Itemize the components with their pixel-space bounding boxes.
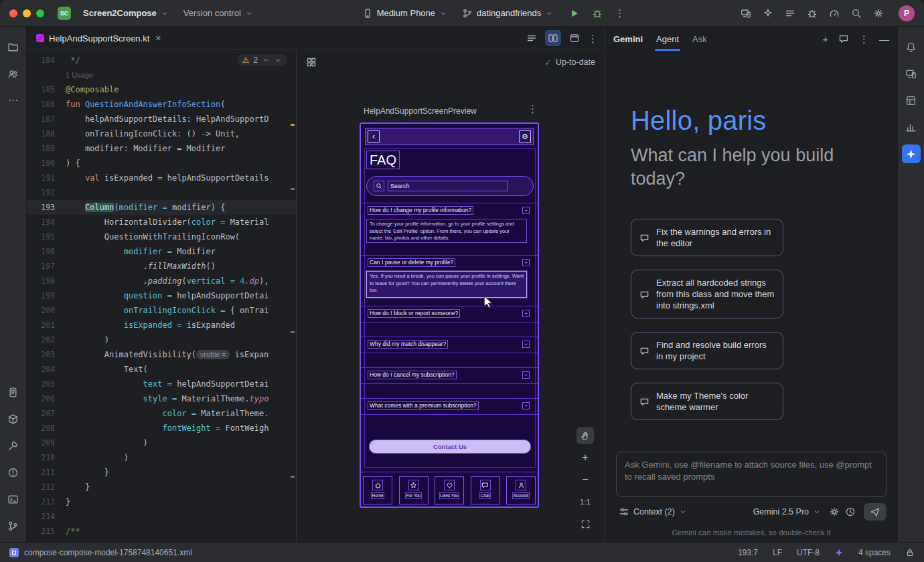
suggestion-card[interactable]: Make my Theme's color scheme warmer [631, 383, 783, 420]
editor-tab[interactable]: HelpAndSupportScreen.kt × [27, 27, 171, 50]
line-number[interactable]: 189 [27, 141, 66, 156]
expand-icon[interactable] [522, 371, 530, 379]
code-text[interactable]: isExpanded = isExpanded [66, 318, 296, 333]
structure-list-icon[interactable] [524, 30, 540, 46]
more-actions-icon[interactable]: ⋮ [615, 8, 625, 18]
code-text[interactable] [66, 509, 296, 524]
problems-icon[interactable] [4, 463, 23, 482]
gemini-prompt-input[interactable] [616, 452, 887, 497]
preview-faq-question[interactable]: Can I pause or delete my profile? [368, 258, 455, 267]
code-text[interactable]: ) [66, 333, 296, 347]
line-number[interactable]: 203 [27, 347, 66, 362]
code-text[interactable]: ) [66, 436, 296, 450]
tab-agent[interactable]: Agent [656, 27, 679, 51]
code-text[interactable]: onTrailingIconClick = { onTrai [66, 303, 296, 318]
app-quality-insights-icon[interactable] [902, 118, 921, 136]
code-text[interactable]: style = MaterialTheme.typo [66, 391, 296, 406]
suggestion-card[interactable]: Find and resolve build errors in my proj… [631, 332, 783, 369]
status-file[interactable]: compose-compose-model-1758748140651.xml [9, 548, 192, 557]
line-number[interactable]: 212 [27, 480, 66, 494]
user-avatar[interactable]: P [899, 5, 915, 21]
version-control-widget[interactable]: Version control [178, 5, 258, 21]
version-control-icon[interactable] [4, 517, 23, 535]
next-warning-icon[interactable] [274, 56, 282, 64]
code-text[interactable]: modifier: Modifier = Modifier [66, 141, 296, 156]
preview-settings-button[interactable]: ⚙ [519, 130, 531, 143]
line-separator[interactable]: LF [773, 548, 782, 557]
code-text[interactable]: ) { [66, 156, 296, 171]
context-chip[interactable]: Context (2) [616, 504, 690, 519]
app-inspection-icon[interactable] [4, 409, 23, 428]
run-configuration-widget[interactable]: datingandfriends [457, 5, 558, 21]
zoom-window-button[interactable] [36, 9, 44, 17]
pan-hand-icon[interactable] [576, 427, 594, 444]
preview-faq-question[interactable]: Why did my match disappear? [368, 340, 448, 349]
line-number[interactable]: 196 [27, 244, 66, 259]
close-tab-icon[interactable]: × [155, 33, 161, 43]
zoom-in-button[interactable]: + [576, 449, 594, 466]
gemini-settings-icon[interactable] [829, 506, 840, 517]
line-number[interactable]: 194 [27, 215, 66, 229]
chat-history-icon[interactable] [838, 33, 849, 44]
zoom-to-fit-icon[interactable] [576, 515, 594, 533]
code-text[interactable]: .fillMaxWidth() [66, 259, 296, 274]
line-number[interactable]: 215 [27, 524, 66, 539]
line-number[interactable]: 211 [27, 465, 66, 480]
line-number[interactable]: 214 [27, 509, 66, 524]
expand-icon[interactable] [522, 259, 530, 266]
logcat-icon[interactable] [4, 383, 23, 401]
line-number[interactable]: 195 [27, 229, 66, 244]
line-number[interactable]: 208 [27, 421, 66, 436]
code-text[interactable]: ) [66, 450, 296, 465]
new-chat-icon[interactable]: + [822, 34, 828, 44]
bug-report-icon[interactable] [807, 8, 818, 19]
code-text[interactable]: onTrailingIconClick: () -> Unit, [66, 126, 296, 141]
line-number[interactable]: 207 [27, 406, 66, 421]
ai-actions-icon[interactable] [763, 8, 773, 19]
nav-item-for-you[interactable]: For You [399, 476, 429, 504]
nav-item-chat[interactable]: Chat [471, 476, 500, 504]
device-mirroring-icon[interactable] [741, 8, 751, 19]
line-number[interactable]: 197 [27, 259, 66, 274]
search-everywhere-icon[interactable] [851, 8, 862, 19]
line-number[interactable]: 185 [27, 82, 66, 97]
project-folder-icon[interactable] [4, 37, 23, 56]
code-text[interactable]: Column(modifier = modifier) { [66, 200, 296, 215]
line-number[interactable]: 210 [27, 450, 66, 465]
line-number[interactable]: 188 [27, 126, 66, 141]
send-button[interactable] [864, 503, 887, 521]
line-number[interactable]: 190 [27, 156, 66, 171]
line-number[interactable]: 213 [27, 494, 66, 509]
code-text[interactable]: question = helpAndSupportDetai [66, 288, 296, 303]
code-text[interactable]: 1 Usage [66, 68, 296, 82]
suggestion-card[interactable]: Fix the warnings and errors in the edito… [631, 219, 783, 256]
gemini-status-icon[interactable] [834, 548, 844, 557]
ui-check-grid-icon[interactable] [306, 57, 317, 68]
editor-kebab-icon[interactable]: ⋮ [588, 33, 598, 43]
project-widget[interactable]: Screen2Compose [78, 5, 174, 21]
code-text[interactable]: fontWeight = FontWeigh [66, 421, 296, 436]
line-number[interactable]: 204 [27, 362, 66, 377]
preview-faq-answer[interactable]: To change your profile information, go t… [366, 219, 527, 243]
code-text[interactable]: HorizontalDivider(color = Material [66, 215, 296, 229]
design-view-icon[interactable] [566, 30, 583, 46]
line-number[interactable] [27, 68, 66, 82]
prev-warning-icon[interactable] [262, 56, 270, 64]
terminal-icon[interactable] [4, 490, 23, 508]
phone-preview-blueprint[interactable]: ‹⚙FAQSearchHow do I change my profile in… [360, 122, 539, 508]
code-text[interactable]: text = helpAndSupportDetai [66, 377, 296, 391]
line-number[interactable]: 191 [27, 171, 66, 185]
preview-kebab-icon[interactable]: ⋮ [528, 104, 538, 114]
line-number[interactable]: 187 [27, 112, 66, 126]
code-editor[interactable]: 184 */1 Usage185@Composable186fun Questi… [27, 50, 297, 542]
code-text[interactable]: helpAndSupportDetails: HelpAndSupportD [66, 112, 296, 126]
nav-item-likes-you[interactable]: Likes You [435, 476, 464, 504]
expand-icon[interactable] [522, 341, 530, 348]
line-number[interactable]: 193 [27, 200, 66, 215]
profiler-icon[interactable] [829, 8, 840, 19]
logcat-icon[interactable] [785, 8, 795, 19]
code-text[interactable] [66, 185, 296, 200]
model-selector[interactable]: Gemini 2.5 Pro [751, 505, 824, 519]
preview-composable-name[interactable]: HelpAndSupportScreenPreview [364, 106, 477, 116]
line-number[interactable]: 186 [27, 97, 66, 112]
